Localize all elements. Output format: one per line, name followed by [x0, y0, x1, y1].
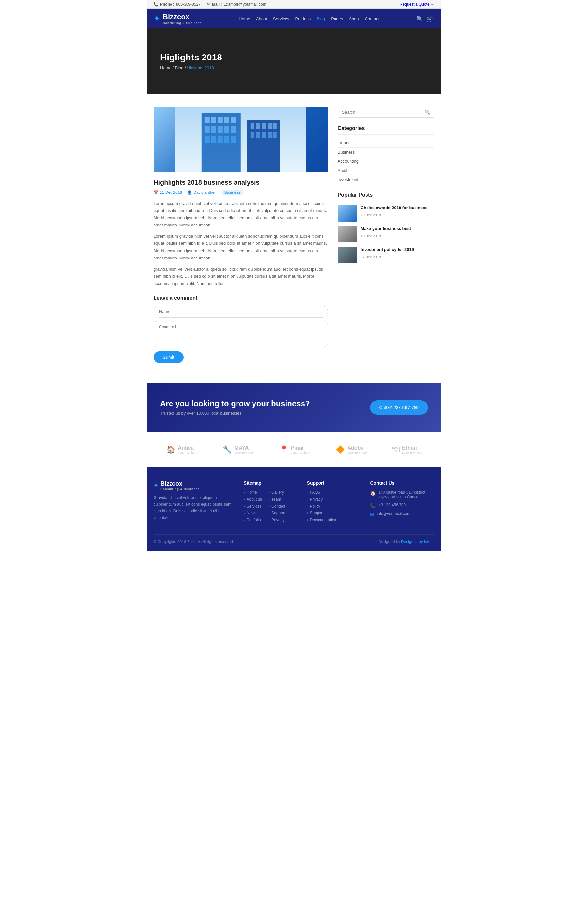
search-button[interactable]: 🔍	[421, 107, 434, 117]
cta-heading: Are you looking to grow your business?	[160, 399, 310, 408]
partner-icon: 🏠	[166, 445, 175, 454]
designed-by: Designed by Designed by ir.tech	[378, 539, 435, 544]
partner-icon: 🔶	[336, 445, 345, 454]
popular-post-date: 20 Dec 2018	[361, 213, 381, 217]
nav-about[interactable]: About	[256, 16, 267, 21]
support-item[interactable]: Documentation	[307, 518, 361, 522]
main-nav: Home About Services Portfolio Blog Pages…	[239, 16, 379, 21]
popular-posts-section: Popular Posts Choise awards 2018 for bus…	[338, 192, 435, 264]
partner-sub: Logo Text here	[234, 451, 254, 454]
support-item[interactable]: FAQS	[307, 490, 361, 495]
copyright: © Copyrights 2018 Bizzcox All rights res…	[153, 539, 234, 544]
categories-heading: Categories	[338, 126, 435, 134]
breadcrumb-home[interactable]: Home	[160, 65, 171, 70]
sitemap-item[interactable]: About us	[244, 497, 262, 502]
cta-text: Are you looking to grow your business? T…	[160, 399, 310, 416]
sitemap-item[interactable]: Team	[268, 497, 285, 502]
footer-support-col: Support FAQSPrivacyPolicySupportDocument…	[307, 481, 361, 524]
category-item[interactable]: Accounting	[338, 157, 435, 166]
partner-sub: Logo Text here	[402, 451, 422, 454]
sitemap-item[interactable]: Privacy	[268, 518, 285, 522]
categories-list: FinanceBusinessAccountingAuditInvestment	[338, 139, 435, 184]
svg-rect-25	[262, 132, 266, 138]
cta-button[interactable]: Call 01234 567 789	[370, 400, 428, 415]
popular-post-title: Choise awards 2018 for business	[361, 205, 428, 211]
svg-rect-13	[212, 136, 216, 143]
sitemap-item[interactable]: News	[244, 511, 262, 515]
comment-name-input[interactable]	[153, 306, 328, 318]
popular-post-item[interactable]: Make your business best 10 Dec 2018	[338, 226, 435, 243]
category-item[interactable]: Investment	[338, 175, 435, 184]
popular-post-image	[338, 247, 357, 264]
email-icon: ✉	[370, 512, 374, 517]
svg-rect-8	[212, 126, 216, 133]
sitemap-item[interactable]: Home	[244, 490, 262, 495]
comment-section: Leave a comment Sumit	[153, 295, 328, 363]
sitemap-item[interactable]: Gallery	[268, 490, 285, 495]
category-item[interactable]: Business	[338, 148, 435, 157]
popular-post-title: Investment policy for 2019	[361, 247, 414, 252]
support-item[interactable]: Privacy	[307, 497, 361, 502]
contact-phone: 📞 +3 123 456 789	[370, 503, 435, 508]
footer-sitemap-col: Sitemap HomeAbout usServicesNewsPortfoli…	[244, 481, 297, 524]
popular-post-title: Make your business best	[361, 226, 411, 232]
nav-pages[interactable]: Pages	[331, 16, 343, 21]
sitemap-item[interactable]: Portfolio	[244, 518, 262, 522]
popular-post-item[interactable]: Choise awards 2018 for business 20 Dec 2…	[338, 205, 435, 222]
category-item[interactable]: Finance	[338, 139, 435, 148]
top-bar-left: 📞 Phone : 800-369-8527 ✉ Mail : Example@…	[153, 2, 266, 6]
partner-sub: Logo Text here	[291, 451, 310, 454]
nav-contact[interactable]: Contact	[365, 16, 380, 21]
cta-subtext: Trusted us by over 10,000 local business…	[160, 411, 310, 416]
sitemap-item[interactable]: Support	[268, 511, 285, 515]
svg-rect-18	[250, 123, 254, 129]
sitemap-list-1: HomeAbout usServicesNewsPortfolio	[244, 490, 262, 524]
sitemap-heading: Sitemap	[244, 481, 297, 486]
categories-section: Categories FinanceBusinessAccountingAudi…	[338, 126, 435, 184]
top-bar: 📞 Phone : 800-369-8527 ✉ Mail : Example@…	[147, 0, 441, 9]
popular-post-image	[338, 205, 357, 222]
partner-icon: 🍽	[393, 445, 399, 454]
main-content: Highlights 2018 business analysis 📅 11 D…	[147, 94, 441, 376]
article-title: Highlights 2018 business analysis	[153, 179, 328, 186]
popular-post-item[interactable]: Investment policy for 2019 07 Dec 2018	[338, 247, 435, 264]
address-icon: 🏠	[370, 490, 376, 496]
support-item[interactable]: Policy	[307, 504, 361, 508]
footer-about-text: Gravida nibh vel velit auctor aliquetn q…	[153, 494, 234, 521]
category-item[interactable]: Audit	[338, 166, 435, 175]
cta-section: Are you looking to grow your business? T…	[147, 383, 441, 432]
article-para-2: Lorem ipsum gravida nibh vel velit aucto…	[153, 233, 328, 261]
nav-services[interactable]: Services	[273, 16, 289, 21]
svg-rect-19	[257, 123, 260, 129]
sitemap-item[interactable]: Contact	[268, 504, 285, 508]
partner-icon: 📍	[279, 445, 288, 454]
mail-icon: ✉	[207, 2, 210, 6]
article-para-1: Lorem ipsum gravida nibh vel velit aucto…	[153, 200, 328, 229]
partner-item: 🍽 Ethari Logo Text here	[393, 445, 422, 454]
sitemap-item[interactable]: Services	[244, 504, 262, 508]
phone-icon: 📞	[153, 2, 158, 6]
quote-button[interactable]: Request a Quote →	[400, 2, 435, 6]
sitemap-list-2: GalleryTeamContactSupportPrivacy	[268, 490, 285, 524]
submit-button[interactable]: Sumit	[153, 351, 184, 363]
cart-icon[interactable]: 🛒0	[426, 16, 435, 22]
svg-rect-4	[218, 117, 223, 123]
nav-blog[interactable]: Blog	[317, 16, 325, 21]
search-icon[interactable]: 🔍	[417, 16, 423, 22]
designer-link[interactable]: Designed by ir.tech	[401, 539, 435, 544]
nav-portfolio[interactable]: Portfolio	[295, 16, 311, 21]
breadcrumb-blog[interactable]: Blog	[175, 65, 184, 70]
support-item[interactable]: Support	[307, 511, 361, 515]
comment-textarea[interactable]	[153, 321, 328, 347]
partner-sub: Logo Text here	[178, 451, 197, 454]
partner-item: 📍 Pinar Logo Text here	[279, 445, 310, 454]
nav-shop[interactable]: Shop	[349, 16, 359, 21]
svg-rect-14	[218, 136, 223, 143]
nav-home[interactable]: Home	[239, 16, 250, 21]
article-image	[153, 107, 328, 172]
partner-text: Pinar Logo Text here	[291, 445, 310, 454]
search-input[interactable]	[338, 107, 421, 117]
svg-rect-21	[268, 123, 272, 129]
svg-rect-26	[268, 132, 272, 138]
user-icon: 👤	[187, 190, 192, 195]
